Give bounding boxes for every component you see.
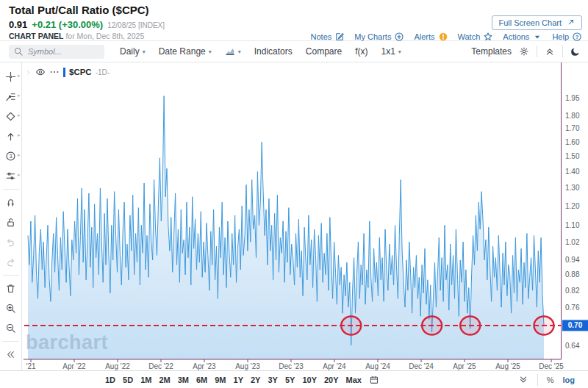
gear-icon[interactable] xyxy=(519,46,529,57)
log-scale-button[interactable]: log xyxy=(563,376,576,384)
sidebar-tool-collapse-left[interactable] xyxy=(1,345,21,364)
pencil-square-icon xyxy=(334,32,345,42)
sidebar-tool-redo[interactable] xyxy=(1,252,21,272)
y-tick-label: 0.94 xyxy=(565,256,580,264)
x-axis-label: Aug '24 xyxy=(365,362,390,370)
sidebar-tool-undo[interactable] xyxy=(1,232,21,252)
sidebar-tool-trendline[interactable]: ▸ xyxy=(1,87,21,107)
y-tick-label: 0.82 xyxy=(565,287,580,295)
period-button-6m[interactable]: 6M xyxy=(196,376,207,384)
ellipsis-menu-icon[interactable] xyxy=(49,67,60,77)
full-screen-chart-button[interactable]: Full Screen Chart xyxy=(492,15,582,30)
header-link-notes[interactable]: Notes xyxy=(311,32,345,42)
x-axis-label: Aug '22 xyxy=(105,362,130,370)
y-tick-label: 1.50 xyxy=(565,152,580,160)
period-button-1d[interactable]: 1D xyxy=(105,376,115,384)
submenu-chevron-icon: ▸ xyxy=(18,93,21,98)
period-button-2y[interactable]: 2Y xyxy=(251,376,260,384)
collapse-panel-up-icon[interactable] xyxy=(545,46,555,57)
toolbar-right-group: Templates xyxy=(471,46,588,57)
quote-last-price: 0.91 xyxy=(9,19,27,30)
toolbar-item-f-x-[interactable]: f(x) xyxy=(350,43,373,60)
period-button-10y[interactable]: 10Y xyxy=(302,376,317,384)
sidebar-tool-zoom-out[interactable] xyxy=(1,318,21,338)
period-buttons: 1D5D1M2M3M6M9M1Y2Y3Y5Y10Y20YMax xyxy=(105,376,362,384)
period-button-max[interactable]: Max xyxy=(346,376,362,384)
touch-circle-annotation[interactable] xyxy=(460,316,480,334)
quote-change: +0.21 (+30.00%) xyxy=(32,19,103,30)
sidebar-tool-zoom-in[interactable] xyxy=(1,298,21,318)
area-chart-icon xyxy=(225,46,235,57)
sidebar-tool-shapes[interactable]: ▸ xyxy=(1,107,21,126)
sidebar-tool-crosshair[interactable]: ▸ xyxy=(1,67,21,87)
sidebar-divider xyxy=(3,341,19,342)
touch-circle-annotation[interactable] xyxy=(534,316,554,334)
toolbar-menu-items: Daily▾Date Range▾▾IndicatorsComparef(x)1… xyxy=(115,43,406,60)
symbol-search-input[interactable] xyxy=(26,46,93,57)
header-link-actions[interactable]: Actions xyxy=(503,32,542,42)
submenu-chevron-icon: ▸ xyxy=(18,73,21,79)
dark-mode-moon-icon[interactable] xyxy=(570,46,581,57)
collapse-panel-down-icon[interactable] xyxy=(518,375,528,385)
header-link-help[interactable]: Help? xyxy=(552,32,582,42)
toolbar-item-chart-type[interactable]: ▾ xyxy=(220,43,246,60)
period-button-1y[interactable]: 1Y xyxy=(234,376,243,384)
eye-visibility-icon[interactable] xyxy=(35,67,46,77)
percent-scale-button[interactable]: % xyxy=(547,376,554,384)
x-axis-scale[interactable]: '21Apr '22Aug '22Dec '22Apr '23Aug '23De… xyxy=(26,359,564,370)
period-button-3m[interactable]: 3M xyxy=(178,376,189,384)
header-links: NotesMy ChartsAlertsWatchActionsHelp? xyxy=(311,32,582,42)
toolbar-item-date-range[interactable]: Date Range▾ xyxy=(154,43,217,60)
calendar-icon[interactable] xyxy=(369,375,379,385)
toolbar-item-1x1[interactable]: 1x1▾ xyxy=(376,43,406,60)
chevron-down-icon: ▾ xyxy=(209,48,212,55)
series-color-swatch xyxy=(63,68,65,77)
sidebar-tool-trash[interactable] xyxy=(1,279,21,298)
period-button-3y[interactable]: 3Y xyxy=(268,376,277,384)
external-arrow-icon xyxy=(565,18,576,28)
sidebar-tool-fibonacci[interactable]: 3▸ xyxy=(1,146,21,166)
sidebar-tool-magnet[interactable] xyxy=(1,193,21,212)
chart-toolbar: Daily▾Date Range▾▾IndicatorsComparef(x)1… xyxy=(0,41,588,62)
legend-timeframe: -1D- xyxy=(96,68,110,76)
submenu-chevron-icon: ▸ xyxy=(18,152,21,158)
price-chart-canvas[interactable]: '21Apr '22Aug '22Dec '22Apr '23Aug '23De… xyxy=(22,62,588,370)
x-axis-label: '21 xyxy=(26,362,35,370)
touch-circle-annotation[interactable] xyxy=(341,316,361,334)
header-link-my-charts[interactable]: My Charts xyxy=(354,32,404,42)
header-link-watch[interactable]: Watch xyxy=(458,32,494,42)
toolbar-item-indicators[interactable]: Indicators xyxy=(249,43,298,60)
period-button-1m[interactable]: 1M xyxy=(140,376,151,384)
svg-text:?: ? xyxy=(576,34,579,40)
period-button-2m[interactable]: 2M xyxy=(159,376,170,384)
period-button-5d[interactable]: 5D xyxy=(123,376,133,384)
templates-button[interactable]: Templates xyxy=(471,46,512,57)
chevron-down-icon: ▾ xyxy=(398,48,401,55)
toolbar-item-daily[interactable]: Daily▾ xyxy=(115,43,151,60)
toolbar-divider xyxy=(562,46,563,57)
symbol-search-box[interactable] xyxy=(9,45,104,59)
search-icon xyxy=(13,46,24,57)
plus-circle-icon xyxy=(394,32,404,42)
y-axis-scale[interactable]: 1.951.801.701.601.501.401.301.201.101.02… xyxy=(565,94,580,349)
y-tick-label: 0.64 xyxy=(565,342,580,350)
header-link-alerts[interactable]: Alerts xyxy=(414,32,448,42)
y-tick-label: 1.40 xyxy=(565,168,580,176)
period-button-9m[interactable]: 9M xyxy=(215,376,226,384)
chevron-right-icon[interactable] xyxy=(25,69,32,76)
sidebar-tool-unlock[interactable] xyxy=(1,212,21,232)
quote-header: Total Put/Call Ratio ($CPC) 0.91 +0.21 (… xyxy=(0,0,588,41)
period-button-20y[interactable]: 20Y xyxy=(324,376,339,384)
page-title: Total Put/Call Ratio ($CPC) xyxy=(9,4,149,16)
sidebar-tool-measure[interactable]: ▸ xyxy=(1,166,21,186)
quote-row: 0.91 +0.21 (+30.00%) 12/08/25 [INDEX] xyxy=(9,19,165,30)
sidebar-tool-arrow-annotation[interactable]: ▸ xyxy=(1,126,21,146)
y-tick-label: 1.30 xyxy=(565,184,580,192)
drawing-tools-sidebar: ▸▸▸▸3▸▸ xyxy=(0,62,22,370)
toolbar-item-compare[interactable]: Compare xyxy=(301,43,347,60)
period-button-5y[interactable]: 5Y xyxy=(285,376,295,384)
touch-circle-annotation[interactable] xyxy=(422,316,442,334)
bottom-toolbar: 1D5D1M2M3M6M9M1Y2Y3Y5Y10Y20YMax % log xyxy=(0,370,588,388)
x-axis-label: Apr '23 xyxy=(193,362,216,370)
question-circle-icon: ? xyxy=(572,32,582,42)
